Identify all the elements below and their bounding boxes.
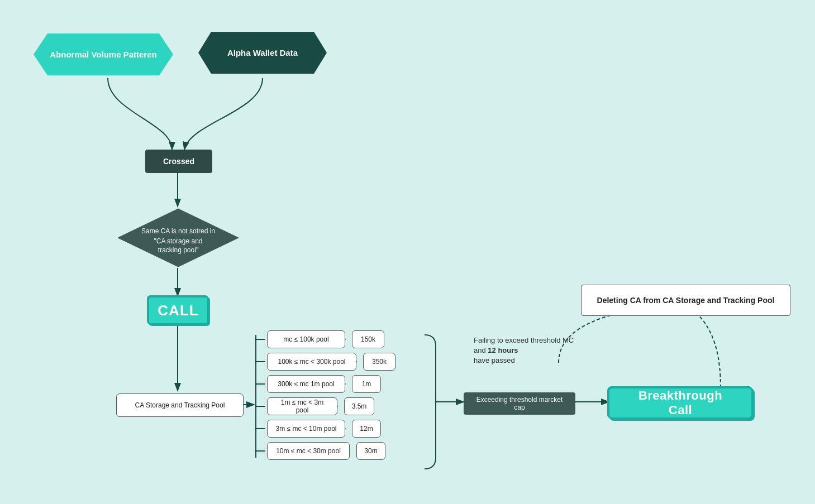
pool-row-5-value: 30m xyxy=(356,442,385,460)
failing-label: Failing to exceed threshold MC and 12 ho… xyxy=(474,335,585,365)
pool-row-1-condition: 100k ≤ mc < 300k pool xyxy=(267,353,356,371)
pool-row-4-value-label: 12m xyxy=(360,425,373,433)
alpha-wallet-node: Alpha Wallet Data xyxy=(198,32,327,74)
abnormal-volume-label: Abnormal Volume Patteren xyxy=(50,50,156,59)
pool-row-0-condition-label: mc ≤ 100k pool xyxy=(283,335,328,343)
pool-row-1-condition-label: 100k ≤ mc < 300k pool xyxy=(278,358,346,366)
pool-row-4-condition-label: 3m ≤ mc < 10m pool xyxy=(276,425,337,433)
crossed-label: Crossed xyxy=(163,157,194,166)
abnormal-volume-node: Abnormal Volume Patteren xyxy=(34,33,173,75)
pool-row-2-value-label: 1m xyxy=(362,380,371,388)
diagram-container: Abnormal Volume Patteren Alpha Wallet Da… xyxy=(0,0,815,504)
exceeding-threshold-node: Exceeding threshold marcket cap xyxy=(464,392,575,415)
pool-row-3-value-label: 3.5m xyxy=(352,402,367,410)
svg-text:Same CA is not sotred in: Same CA is not sotred in xyxy=(141,227,215,235)
pool-row-0-value: 150k xyxy=(352,330,384,348)
pool-row-1-value-label: 350k xyxy=(372,358,387,366)
pool-row-5-condition: 10m ≤ mc < 30m pool xyxy=(267,442,350,460)
ca-storage-pool-node: CA Storage and Tracking Pool xyxy=(116,393,244,417)
breakthrough-call-node: Breakthrough Call xyxy=(608,387,753,419)
pool-row-3-condition-label: 1m ≤ mc < 3m pool xyxy=(275,399,329,414)
pool-row-5-condition-label: 10m ≤ mc < 30m pool xyxy=(276,447,341,455)
deleting-ca-node: Deleting CA from CA Storage and Tracking… xyxy=(581,285,790,316)
pool-row-0-value-label: 150k xyxy=(361,335,375,343)
deleting-ca-label: Deleting CA from CA Storage and Tracking… xyxy=(597,296,775,305)
crossed-node: Crossed xyxy=(145,150,212,173)
alpha-wallet-label: Alpha Wallet Data xyxy=(227,48,298,57)
svg-text:"CA storage and: "CA storage and xyxy=(154,237,203,245)
same-ca-diamond-node: Same CA is not sotred in "CA storage and… xyxy=(116,207,241,269)
pool-row-3-condition: 1m ≤ mc < 3m pool xyxy=(267,397,337,415)
pool-row-5-value-label: 30m xyxy=(364,447,377,455)
pool-row-4-value: 12m xyxy=(352,420,381,438)
ca-storage-pool-label: CA Storage and Tracking Pool xyxy=(135,401,225,409)
breakthrough-call-label: Breakthrough Call xyxy=(627,388,733,417)
pool-row-3-value: 3.5m xyxy=(344,397,374,415)
call-node: CALL xyxy=(147,296,209,325)
pool-row-2-value: 1m xyxy=(352,375,381,393)
call-label: CALL xyxy=(158,302,198,319)
pool-row-2-condition-label: 300k ≤ mc 1m pool xyxy=(278,380,334,388)
pool-row-0-condition: mc ≤ 100k pool xyxy=(267,330,345,348)
pool-row-1-value: 350k xyxy=(363,353,395,371)
exceeding-threshold-label: Exceeding threshold marcket cap xyxy=(474,396,565,411)
svg-text:tracking pool": tracking pool" xyxy=(158,246,198,254)
pool-row-4-condition: 3m ≤ mc < 10m pool xyxy=(267,420,345,438)
pool-row-2-condition: 300k ≤ mc 1m pool xyxy=(267,375,345,393)
